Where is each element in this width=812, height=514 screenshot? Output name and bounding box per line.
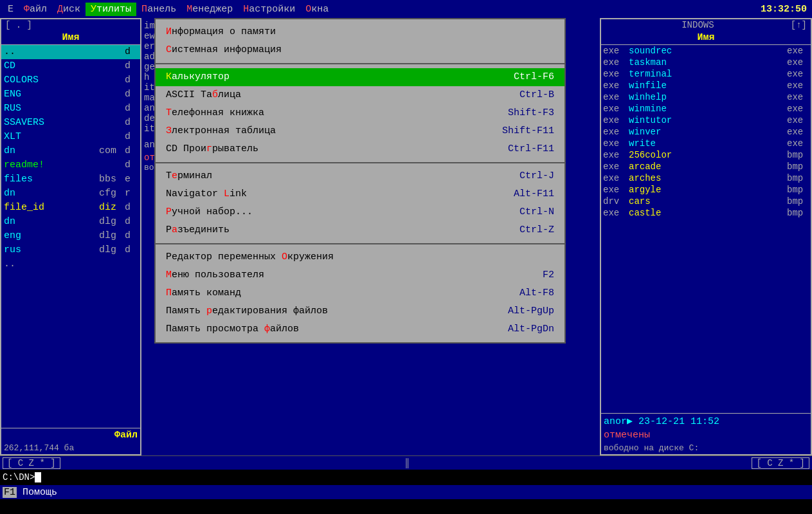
dropdown-cmd-history[interactable]: Память команд Alt-F8 [156, 284, 564, 302]
menu-e[interactable]: Е [3, 3, 19, 16]
right-panel: INDOWS [↑] Имя exesoundrecexe exetaskman… [600, 18, 812, 455]
file-item-cd[interactable]: CD d [1, 59, 140, 73]
dropdown-section-2: Калькулятор Ctrl-F6 ASCII Таблица Ctrl-B… [156, 64, 564, 163]
command-line[interactable]: C:\DN> [0, 470, 812, 485]
menu-panel[interactable]: Панель [136, 3, 181, 16]
file-item-dn-com[interactable]: dn com d [1, 144, 140, 158]
file-attr: d [125, 73, 138, 87]
file-item-colors[interactable]: COLORS d [1, 73, 140, 87]
table-row[interactable]: exewinhelpexe [601, 91, 811, 103]
dropdown-env-editor[interactable]: Редактор переменных Окружения [156, 248, 564, 266]
file-attr: d [125, 144, 138, 158]
dropdown-manual-dial[interactable]: Ручной набор... Ctrl-N [156, 203, 564, 221]
hotkey-f: ф [264, 324, 270, 335]
dropdown-phonebook[interactable]: Телефонная книжка Shift-F3 [156, 104, 564, 122]
file-ext: dlg [99, 229, 125, 243]
table-row[interactable]: exeargylebmp [601, 184, 811, 196]
hotkey-l: L [224, 188, 230, 199]
dropdown-calculator[interactable]: Калькулятор Ctrl-F6 [156, 68, 564, 86]
file-item-dotdot2[interactable]: .. [1, 257, 140, 271]
dropdown-cd-player[interactable]: CD Проигрыватель Ctrl-F11 [156, 140, 564, 158]
dropdown-user-menu[interactable]: Меню пользователя F2 [156, 266, 564, 284]
table-row[interactable]: exewinverexe [601, 126, 811, 138]
file-name: eng [4, 229, 99, 243]
file-item-xlt[interactable]: XLT d [1, 130, 140, 144]
file-attr: d [125, 59, 138, 73]
file-item-ssavers[interactable]: SSAVERS d [1, 116, 140, 130]
menu-settings[interactable]: Настройки [238, 3, 300, 16]
hotkey-p: П [166, 288, 172, 298]
file-attr: d [125, 243, 138, 257]
shortcut-edithistory: Alt-PgUp [508, 304, 554, 318]
file-name: .. [4, 45, 125, 59]
right-file-table: exesoundrecexe exetaskmanexe exeterminal… [601, 45, 811, 219]
file-item-readme[interactable]: readme! d [1, 158, 140, 172]
fn1-item[interactable]: F1 Помощь [3, 487, 57, 498]
menu-windows[interactable]: Окна [300, 3, 334, 16]
table-row[interactable]: exewinfileexe [601, 80, 811, 91]
file-attr: d [125, 215, 138, 229]
dropdown-ascii[interactable]: ASCII Таблица Ctrl-B [156, 86, 564, 104]
table-row[interactable]: exewriteexe [601, 138, 811, 149]
left-file-list: .. d CD d COLORS d ENG d RUS d SSAVERS d [1, 45, 140, 428]
file-item-dn-cfg[interactable]: dn cfg r [1, 187, 140, 201]
file-item-dotdot[interactable]: .. d [1, 45, 140, 59]
right-panel-col-label: Имя [697, 32, 714, 43]
shortcut-viewhistory: Alt-PgDn [508, 322, 554, 336]
dropdown-section-1: Информация о памяти Системная информация [156, 19, 564, 64]
shortcut-usermenu: F2 [543, 268, 554, 282]
table-row[interactable]: exeterminalexe [601, 68, 811, 80]
table-row[interactable]: exewintutorexe [601, 115, 811, 126]
table-row[interactable]: exearchesbmp [601, 172, 811, 184]
file-item-eng[interactable]: ENG d [1, 87, 140, 102]
left-panel: [ . ] Имя .. d CD d COLORS d ENG d RUS [0, 18, 141, 455]
menu-utils[interactable]: Утилиты [86, 3, 136, 16]
dropdown-system-info[interactable]: Системная информация [156, 41, 564, 59]
file-ext: diz [99, 201, 125, 215]
dropdown-section-3: Терминал Ctrl-J Navigator Link Alt-F11 Р… [156, 163, 564, 244]
hotkey-m: М [166, 270, 172, 280]
left-tab-bar: [ C Z * ] [3, 457, 60, 469]
hotkey-s: С [166, 44, 172, 55]
footer-label: Файл [114, 430, 138, 441]
dropdown-navigator-link[interactable]: Navigator Link Alt-F11 [156, 185, 564, 203]
table-row[interactable]: execastlebmp [601, 207, 811, 219]
dropdown-disconnect[interactable]: Разъединить Ctrl-Z [156, 221, 564, 239]
dropdown-memory-info[interactable]: Информация о памяти [156, 23, 564, 41]
fn1-label: Помощь [23, 487, 57, 498]
dropdown-edit-history[interactable]: Память редактирования файлов Alt-PgUp [156, 302, 564, 320]
hotkey-te: е [172, 170, 177, 181]
file-item-file-id[interactable]: file_id diz d [1, 201, 140, 215]
table-row[interactable]: exearcadebmp [601, 161, 811, 172]
table-row[interactable]: drvcarsbmp [601, 196, 811, 207]
menu-disk[interactable]: Диск [52, 3, 86, 16]
file-item-eng-dlg[interactable]: eng dlg d [1, 229, 140, 243]
hotkey-e: З [166, 125, 172, 136]
table-row[interactable]: exe256colorbmp [601, 149, 811, 161]
file-attr: r [125, 187, 138, 201]
shortcut-sheet: Shift-F11 [502, 124, 554, 138]
right-panel-bracket-right: [↑] [791, 20, 807, 30]
left-panel-title: Имя [62, 32, 79, 43]
dropdown-spreadsheet[interactable]: Злектронная таблица Shift-F11 [156, 122, 564, 140]
hotkey-r: Р [166, 207, 172, 217]
table-row[interactable]: exesoundrecexe [601, 45, 811, 57]
file-name: rus [4, 243, 99, 257]
file-item-rus[interactable]: RUS d [1, 102, 140, 116]
hotkey-a: а [172, 225, 177, 235]
menu-manager[interactable]: Менеджер [181, 3, 238, 16]
shortcut-cmdhistory: Alt-F8 [519, 286, 554, 300]
dropdown-view-history[interactable]: Память просмотра файлов Alt-PgDn [156, 320, 564, 338]
table-row[interactable]: exewinmineexe [601, 103, 811, 115]
dropdown-terminal[interactable]: Терминал Ctrl-J [156, 167, 564, 185]
table-row[interactable]: exetaskmanexe [601, 57, 811, 68]
file-item-files-bbs[interactable]: files bbs e [1, 172, 140, 187]
file-item-rus-dlg[interactable]: rus dlg d [1, 243, 140, 257]
hotkey-b: б [212, 89, 218, 100]
file-item-dn-dlg[interactable]: dn dlg d [1, 215, 140, 229]
file-name: dn [4, 144, 99, 158]
file-name: XLT [4, 130, 125, 144]
menu-bar: Е Файл Диск Утилиты Панель Менеджер Наст… [0, 0, 812, 18]
menu-file[interactable]: Файл [19, 3, 52, 16]
shortcut-navlink: Alt-F11 [514, 187, 554, 201]
